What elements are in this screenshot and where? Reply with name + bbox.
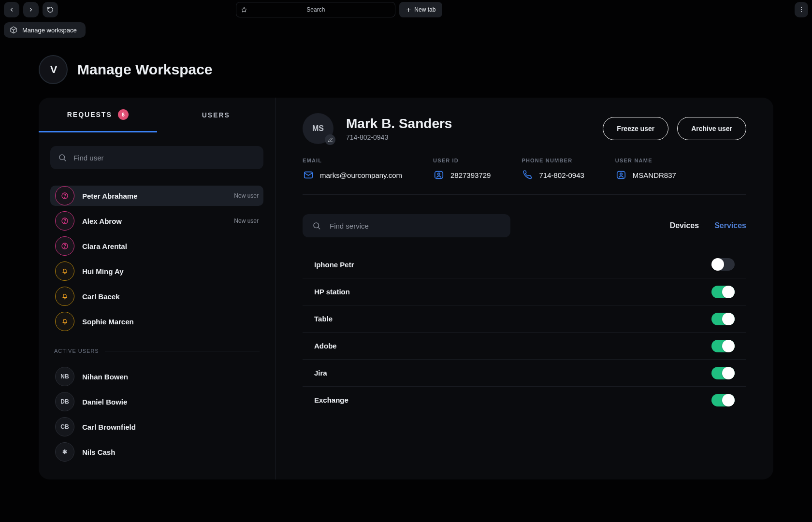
service-toggle[interactable] [711, 367, 735, 379]
page-header: V Manage Workspace [4, 42, 808, 98]
username-icon [615, 169, 627, 181]
active-user-name: Nils Cash [82, 448, 115, 456]
svg-point-18 [620, 173, 623, 175]
sidebar-tabs: REQUESTS 6 USERS [39, 98, 275, 132]
svg-marker-0 [242, 7, 246, 12]
service-name: Exchange [314, 396, 348, 404]
user-id-icon [433, 169, 445, 181]
nav-forward-button[interactable] [23, 2, 39, 17]
page-shell: V Manage Workspace REQUESTS 6 USERS Find… [0, 42, 812, 522]
service-toggle[interactable] [711, 394, 735, 406]
userid-label: USER ID [433, 158, 491, 163]
service-row: Adobe [303, 332, 746, 359]
request-item[interactable]: Hui Ming Ay [50, 261, 263, 281]
tab-requests[interactable]: REQUESTS 6 [39, 98, 157, 132]
service-row: HP station [303, 278, 746, 305]
toggle-knob [722, 367, 735, 379]
profile-subphone: 714-802-0943 [346, 133, 452, 141]
request-item[interactable]: Alex AbrowNew user [50, 211, 263, 231]
archive-user-button[interactable]: Archive user [677, 117, 746, 140]
active-user-name: Carl Brownfield [82, 423, 136, 431]
omnibox[interactable]: Search [236, 2, 395, 17]
service-list: Iphone PetrHP stationTableAdobeJiraExcha… [303, 251, 746, 413]
plus-icon [406, 7, 411, 13]
reload-icon [47, 6, 54, 13]
active-users-separator: ACTIVE USERS [39, 339, 275, 359]
request-item-name: Alex Abrow [82, 217, 122, 225]
active-user-item[interactable]: CBCarl Brownfield [50, 417, 263, 437]
username-label: USER NAME [615, 158, 676, 163]
avatar-initials-icon: DB [55, 392, 74, 411]
profile-header: MS Mark B. Sanders 714-802-0943 Freeze u… [303, 113, 746, 144]
chevron-left-icon [9, 7, 14, 13]
window-menu-button[interactable] [795, 2, 808, 17]
new-tab-button[interactable]: New tab [399, 2, 442, 17]
active-user-item[interactable]: NBNihan Bowen [50, 366, 263, 387]
nav-back-button[interactable] [4, 2, 19, 17]
service-toggle[interactable] [711, 258, 735, 271]
request-item[interactable]: Clara Arental [50, 236, 263, 256]
phone-icon [522, 169, 533, 181]
svg-point-16 [438, 173, 440, 175]
kebab-icon [798, 6, 805, 13]
find-service-input[interactable]: Find service [303, 214, 510, 237]
freeze-user-button[interactable]: Freeze user [603, 117, 668, 140]
workspace-panel: REQUESTS 6 USERS Find user Peter Abraham… [39, 98, 773, 479]
svg-point-19 [314, 223, 319, 228]
bell-icon [55, 312, 74, 331]
bell-icon [55, 261, 74, 281]
find-service-placeholder: Find service [330, 222, 369, 230]
request-item-tag: New user [234, 192, 259, 199]
active-user-name: Nihan Bowen [82, 373, 128, 381]
active-user-item[interactable]: ✱Nils Cash [50, 442, 263, 462]
toggle-knob [722, 313, 735, 325]
mail-icon [303, 169, 314, 181]
email-label: EMAIL [303, 158, 402, 163]
page-title: Manage Workspace [77, 61, 213, 78]
toggle-knob [722, 286, 735, 298]
tab-users[interactable]: USERS [157, 98, 276, 132]
request-item-name: Peter Abrahame [82, 192, 138, 200]
svg-point-6 [59, 155, 65, 160]
sidebar: REQUESTS 6 USERS Find user Peter Abraham… [39, 98, 276, 479]
browser-tab-label: Manage workspace [22, 27, 77, 34]
tab-services[interactable]: Services [714, 221, 746, 230]
tab-devices[interactable]: Devices [670, 221, 699, 230]
svg-line-20 [319, 228, 320, 229]
find-user-input[interactable]: Find user [50, 146, 263, 169]
nav-reload-button[interactable] [43, 2, 58, 17]
svg-point-3 [801, 7, 802, 8]
request-item-tag: New user [234, 218, 259, 224]
service-name: Jira [314, 369, 327, 377]
request-item[interactable]: Sophie Marcen [50, 311, 263, 332]
browser-titlebar: Search New tab [0, 0, 812, 19]
request-list: Peter AbrahameNew userAlex AbrowNew user… [39, 178, 275, 339]
service-name: Iphone Petr [314, 261, 354, 269]
active-users-label: ACTIVE USERS [54, 348, 99, 354]
edit-avatar-button[interactable] [325, 134, 335, 145]
service-toggle[interactable] [711, 313, 735, 325]
new-tab-label: New tab [414, 6, 435, 13]
star-icon[interactable] [241, 7, 247, 13]
active-user-item[interactable]: DBDaniel Bowie [50, 392, 263, 412]
svg-point-11 [64, 222, 65, 223]
tab-requests-label: REQUESTS [67, 111, 112, 118]
avatar-initials-icon: ✱ [55, 442, 74, 462]
phone-value: 714-802-0943 [539, 171, 584, 179]
service-toggle[interactable] [711, 340, 735, 352]
email-value: marks@ourcompany.com [320, 171, 402, 179]
request-item[interactable]: Peter AbrahameNew user [50, 186, 263, 206]
app-logo: V [39, 55, 68, 84]
profile-info: EMAIL marks@ourcompany.com USER ID 28273… [303, 158, 746, 195]
avatar-initials: MS [312, 124, 324, 133]
phone-label: PHONE NUMBER [522, 158, 584, 163]
question-icon [55, 236, 74, 256]
chevron-right-icon [28, 7, 34, 13]
service-row: Iphone Petr [303, 251, 746, 278]
browser-tab[interactable]: Manage workspace [4, 22, 86, 38]
service-toggle[interactable] [711, 286, 735, 298]
pencil-icon [328, 137, 333, 143]
request-item[interactable]: Carl Bacek [50, 286, 263, 306]
find-user-placeholder: Find user [73, 154, 104, 162]
service-row: Table [303, 305, 746, 332]
